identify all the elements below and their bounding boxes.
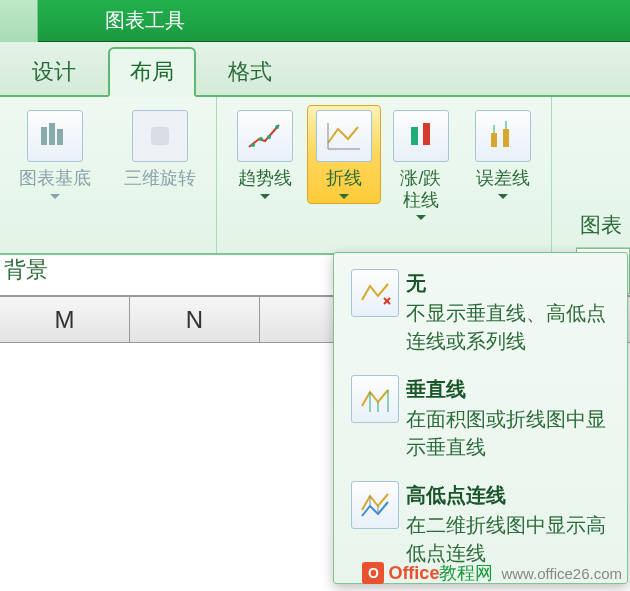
rotate-3d-icon (132, 110, 188, 162)
chevron-down-icon (498, 194, 508, 199)
tab-format[interactable]: 格式 (206, 47, 294, 95)
chevron-down-icon (339, 194, 349, 199)
error-bars-label: 误差线 (476, 168, 530, 190)
ribbon: 图表基底 三维旋转 背景 趋势线 折线 (0, 97, 630, 255)
wm-brand2: 教程网 (439, 563, 493, 583)
rotate-3d-button[interactable]: 三维旋转 (110, 105, 210, 195)
wm-url: www.office26.com (501, 565, 622, 582)
col-header-m[interactable]: M (0, 297, 130, 342)
menu-none-title: 无 (406, 269, 617, 297)
chart-wall-icon (27, 110, 83, 162)
chevron-down-icon (50, 194, 60, 199)
error-bars-icon (475, 110, 531, 162)
svg-rect-3 (151, 127, 169, 145)
chart-wall-label: 图表基底 (19, 168, 91, 190)
lines-hilo-icon (351, 481, 399, 529)
wm-brand1: Office (388, 563, 439, 583)
group-background: 图表基底 三维旋转 背景 (0, 97, 217, 253)
chevron-down-icon (416, 215, 426, 220)
error-bars-button[interactable]: 误差线 (461, 105, 545, 204)
menu-drop-title: 垂直线 (406, 375, 617, 403)
updown-bars-button[interactable]: 涨/跌 柱线 (381, 105, 461, 225)
lines-drop-icon (351, 375, 399, 423)
titlebar-title: 图表工具 (105, 7, 185, 34)
trendline-icon (237, 110, 293, 162)
tab-design[interactable]: 设计 (10, 47, 98, 95)
titlebar-left-corner (0, 0, 38, 42)
svg-rect-10 (411, 127, 418, 145)
menu-none-desc: 不显示垂直线、高低点连线或系列线 (406, 299, 617, 355)
group-analysis: 趋势线 折线 涨/跌 柱线 误差线 (217, 97, 552, 253)
tab-layout[interactable]: 布局 (108, 47, 196, 97)
trendline-label: 趋势线 (238, 168, 292, 190)
svg-point-7 (275, 125, 279, 129)
svg-point-4 (251, 143, 255, 147)
contextual-titlebar: 图表工具 (0, 0, 630, 42)
watermark-logo-icon: O (362, 562, 384, 584)
updown-bars-icon (393, 110, 449, 162)
trendline-button[interactable]: 趋势线 (223, 105, 307, 204)
lines-icon (316, 110, 372, 162)
lines-label: 折线 (326, 168, 362, 190)
svg-point-6 (267, 135, 271, 139)
svg-rect-2 (57, 129, 63, 145)
side-label-a: 图表 (576, 203, 630, 248)
lines-button[interactable]: 折线 (307, 105, 381, 204)
svg-rect-12 (491, 133, 497, 147)
svg-rect-0 (41, 127, 47, 145)
menu-drop-desc: 在面积图或折线图中显示垂直线 (406, 405, 617, 461)
updown-bars-label: 涨/跌 柱线 (400, 168, 441, 211)
menu-item-none[interactable]: 无 不显示垂直线、高低点连线或系列线 (338, 259, 623, 365)
menu-item-droplines[interactable]: 垂直线 在面积图或折线图中显示垂直线 (338, 365, 623, 471)
group-background-label: 背景 (4, 255, 48, 285)
chevron-down-icon (260, 194, 270, 199)
chart-wall-button[interactable]: 图表基底 (0, 105, 110, 204)
svg-rect-11 (423, 123, 430, 145)
svg-rect-1 (49, 123, 55, 145)
col-header-n[interactable]: N (130, 297, 260, 342)
menu-hilo-desc: 在二维折线图中显示高低点连线 (406, 511, 617, 567)
lines-none-icon (351, 269, 399, 317)
ribbon-tabs: 设计 布局 格式 (0, 42, 630, 97)
rotate-3d-label: 三维旋转 (124, 168, 196, 190)
svg-rect-14 (503, 129, 509, 147)
watermark: O Office教程网 www.office26.com (362, 561, 622, 585)
menu-hilo-title: 高低点连线 (406, 481, 617, 509)
svg-point-5 (259, 137, 263, 141)
lines-dropdown-menu: 无 不显示垂直线、高低点连线或系列线 垂直线 在面积图或折线图中显示垂直线 高低… (333, 252, 628, 584)
